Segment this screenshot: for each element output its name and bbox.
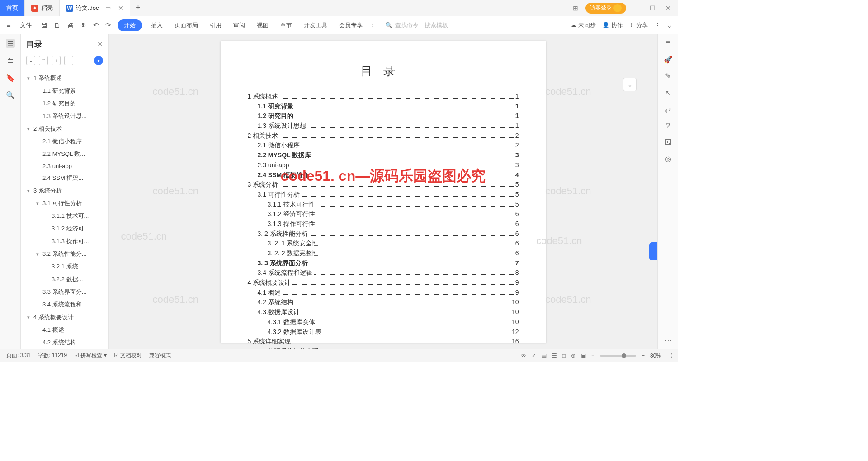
close-window-icon[interactable]: ✕ xyxy=(663,5,674,12)
outline-item[interactable]: 2.4 SSM 框架... xyxy=(21,172,108,184)
zoom-in-icon[interactable]: + xyxy=(642,353,645,359)
tab-insert[interactable]: 插入 xyxy=(148,19,165,31)
search-panel-icon[interactable]: 🔍 xyxy=(6,90,15,99)
sync-outline-icon[interactable]: ● xyxy=(94,56,103,65)
outline-tree[interactable]: ▾1 系统概述1.1 研究背景1.2 研究目的1.3 系统设计思...▾2 相关… xyxy=(21,69,108,349)
outline-item[interactable]: 3.1.1 技术可... xyxy=(21,210,108,222)
outline-item[interactable]: 1.2 研究目的 xyxy=(21,97,108,110)
tab-home[interactable]: 首页 xyxy=(0,0,25,16)
promote-icon[interactable]: + xyxy=(52,56,61,65)
new-tab-button[interactable]: + xyxy=(130,0,146,16)
tab-member[interactable]: 会员专享 xyxy=(336,19,365,31)
save-as-icon[interactable]: 🗋 xyxy=(54,21,61,29)
tab-layout[interactable]: 页面布局 xyxy=(172,19,201,31)
outline-item[interactable]: 2.3 uni-app xyxy=(21,160,108,172)
search-input[interactable] xyxy=(395,22,467,28)
outline-item[interactable]: 3.1.2 经济可... xyxy=(21,222,108,235)
pencil-icon[interactable]: ✎ xyxy=(665,72,671,80)
toc-line[interactable]: 3.1.1 技术可行性5 xyxy=(248,200,519,210)
outline-icon[interactable]: ☰ xyxy=(6,39,15,48)
outline-item[interactable]: 3.1.3 操作可... xyxy=(21,235,108,248)
search-box[interactable]: 🔍 xyxy=(385,22,467,28)
outline-item[interactable]: ▾3 系统分析 xyxy=(21,184,108,197)
outline-item[interactable]: ▾4 系统概要设计 xyxy=(21,311,108,324)
page-indicator[interactable]: 页面: 3/31 xyxy=(6,352,31,359)
outline-item[interactable]: ▾3.2 系统性能分... xyxy=(21,248,108,260)
outline-item[interactable]: 4.1 概述 xyxy=(21,324,108,336)
more-tools-icon[interactable]: ⋯ xyxy=(665,336,672,344)
toc-line[interactable]: 4.3.数据库设计10 xyxy=(248,307,519,317)
tab-docke[interactable]: ✦稻壳 xyxy=(25,0,60,16)
toc-line[interactable]: 3.1 可行性分析5 xyxy=(248,190,519,200)
redo-icon[interactable]: ↷ xyxy=(105,21,111,29)
minimize-icon[interactable]: — xyxy=(631,5,642,12)
unsync-button[interactable]: ☁未同步 xyxy=(571,21,596,29)
document-area[interactable]: 目录 1 系统概述11.1 研究背景11.2 研究目的11.3 系统设计思想12… xyxy=(109,34,657,349)
coop-button[interactable]: 👤协作 xyxy=(602,21,623,29)
toc-line[interactable]: 2 相关技术2 xyxy=(248,131,519,141)
web-view-icon[interactable]: ⊕ xyxy=(571,353,576,359)
proofing-button[interactable]: ☑ 文档校对 xyxy=(114,352,142,359)
toc-line[interactable]: 4.1 概述9 xyxy=(248,288,519,298)
help-icon[interactable]: ? xyxy=(666,122,670,130)
toc-line[interactable]: 1.3 系统设计思想1 xyxy=(248,121,519,131)
toc-line[interactable]: 4.3.1 数据库实体10 xyxy=(248,317,519,327)
more-icon[interactable]: ⋮ xyxy=(654,21,661,29)
close-panel-icon[interactable]: ✕ xyxy=(97,40,103,48)
chevron-down-icon[interactable]: ⌵ xyxy=(667,21,671,29)
outline-item[interactable]: ▾1 系统概述 xyxy=(21,72,108,85)
outline-item[interactable]: ▾2 相关技术 xyxy=(21,122,108,135)
zoom-slider[interactable] xyxy=(600,355,636,357)
fit-icon[interactable]: ▣ xyxy=(581,353,586,359)
maximize-icon[interactable]: ☐ xyxy=(647,5,658,12)
toc-line[interactable]: 5.1 管理员模块的实现16 xyxy=(248,347,519,349)
toc-line[interactable]: 4 系统概要设计9 xyxy=(248,278,519,288)
eye-icon[interactable]: 👁 xyxy=(521,353,526,359)
demote-icon[interactable]: − xyxy=(64,56,73,65)
toc-line[interactable]: 4.2 系统结构10 xyxy=(248,297,519,307)
expand-all-icon[interactable]: ⌃ xyxy=(39,56,48,65)
ruler-icon[interactable]: ✓ xyxy=(532,353,536,359)
outline-item[interactable]: 3.2.2 数据... xyxy=(21,273,108,286)
outline-view-icon[interactable]: ☰ xyxy=(552,353,557,359)
menu-icon[interactable]: ≡ xyxy=(7,21,11,29)
outline-item[interactable]: ▾3.1 可行性分析 xyxy=(21,197,108,210)
toc-line[interactable]: 1.1 研究背景1 xyxy=(248,102,519,112)
toc-line[interactable]: 3. 2. 2 数据完整性6 xyxy=(248,249,519,259)
toc-line[interactable]: 3.1.2 经济可行性6 xyxy=(248,209,519,219)
tab-chapter[interactable]: 章节 xyxy=(278,19,295,31)
outline-item[interactable]: 2.1 微信小程序 xyxy=(21,135,108,148)
archive-icon[interactable]: 🗀 xyxy=(6,56,15,65)
undo-icon[interactable]: ↶ xyxy=(93,21,99,29)
toc-line[interactable]: 3. 3 系统界面分析7 xyxy=(248,259,519,268)
toc-line[interactable]: 3. 2 系统性能分析6 xyxy=(248,229,519,239)
toc-line[interactable]: 2.2 MYSQL 数据库3 xyxy=(248,151,519,160)
toc-line[interactable]: 3.4 系统流程和逻辑8 xyxy=(248,268,519,278)
tab-ref[interactable]: 引用 xyxy=(207,19,224,31)
expand-icon[interactable]: ⛶ xyxy=(666,353,672,359)
toc-line[interactable]: 1 系统概述1 xyxy=(248,92,519,102)
collapse-right-icon[interactable]: ⌄ xyxy=(623,78,637,91)
toc-line[interactable]: 2.1 微信小程序2 xyxy=(248,141,519,151)
topbar-toggle-icon[interactable]: ≡ xyxy=(666,39,670,47)
login-badge[interactable]: 访客登录 xyxy=(585,3,626,14)
bookmark-icon[interactable]: 🔖 xyxy=(6,73,15,82)
outline-item[interactable]: 3.4 系统流程和... xyxy=(21,298,108,311)
toc-line[interactable]: 3 系统分析5 xyxy=(248,180,519,190)
share-button[interactable]: ⇪分享 xyxy=(629,21,648,29)
save-icon[interactable]: 🖫 xyxy=(41,21,47,29)
toc-line[interactable]: 5 系统详细实现16 xyxy=(248,337,519,347)
read-view-icon[interactable]: □ xyxy=(562,353,566,359)
layout-icon[interactable]: ⊞ xyxy=(570,5,581,12)
outline-item[interactable]: 1.1 研究背景 xyxy=(21,85,108,97)
collapse-all-icon[interactable]: ⌄ xyxy=(26,56,35,65)
zoom-value[interactable]: 80% xyxy=(650,353,661,359)
toc-line[interactable]: 2.3 uni-app3 xyxy=(248,160,519,170)
outline-item[interactable]: 3.3 系统界面分... xyxy=(21,286,108,298)
cursor-icon[interactable]: ↖ xyxy=(665,89,671,97)
toc-line[interactable]: 2.4 SSM 框架简介4 xyxy=(248,170,519,180)
side-handle[interactable] xyxy=(649,242,657,260)
outline-item[interactable]: 4.2 系统结构 xyxy=(21,336,108,349)
page-view-icon[interactable]: ▤ xyxy=(542,353,547,359)
tab-document[interactable]: W 论文.doc ▭ ✕ xyxy=(60,0,130,16)
